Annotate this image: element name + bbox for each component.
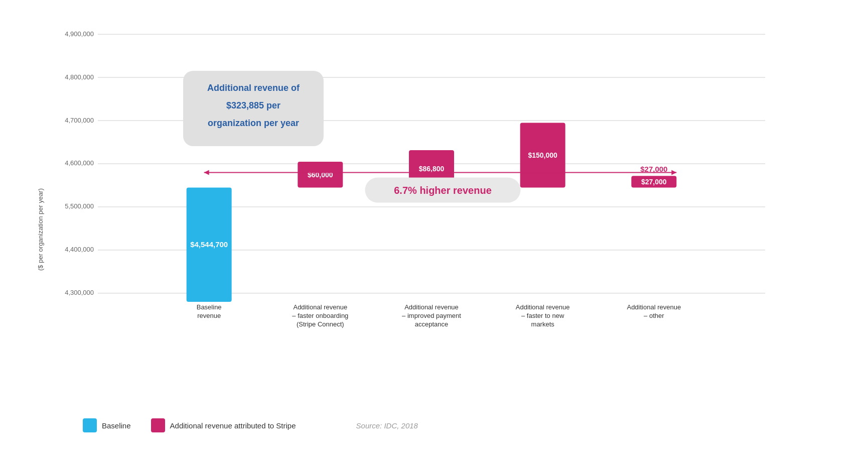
svg-text:$150,000: $150,000 [528,151,557,159]
svg-text:Additional revenue: Additional revenue [293,303,347,311]
svg-text:organization per year: organization per year [208,118,299,128]
svg-text:Additional revenue of: Additional revenue of [207,83,300,93]
svg-marker-44 [671,170,676,175]
svg-text:6.7% higher revenue: 6.7% higher revenue [394,185,492,196]
svg-text:(Stripe Connect): (Stripe Connect) [297,320,344,328]
chart-inner: 4,300,0004,400,0005,500,0004,600,0004,70… [48,16,835,413]
svg-text:$323,885 per: $323,885 per [226,100,280,110]
svg-text:4,900,000: 4,900,000 [65,30,94,38]
svg-text:Additional revenue: Additional revenue [516,303,570,311]
svg-text:$4,544,700: $4,544,700 [190,240,228,249]
baseline-swatch [83,418,97,432]
additional-legend-label: Additional revenue attributed to Stripe [170,421,296,430]
legend-baseline: Baseline [83,418,131,432]
svg-text:4,800,000: 4,800,000 [65,73,94,81]
svg-text:5,500,000: 5,500,000 [65,202,94,210]
svg-text:$86,800: $86,800 [419,165,445,173]
svg-text:Additional revenue: Additional revenue [404,303,459,311]
svg-text:– improved payment: – improved payment [402,312,461,319]
svg-text:markets: markets [531,320,555,328]
svg-text:– other: – other [644,312,664,319]
svg-text:4,400,000: 4,400,000 [65,246,94,253]
svg-text:acceptance: acceptance [415,320,449,328]
additional-swatch [151,418,165,432]
baseline-legend-label: Baseline [102,421,131,430]
svg-text:$60,000: $60,000 [308,171,333,179]
chart-svg: 4,300,0004,400,0005,500,0004,600,0004,70… [48,16,785,357]
svg-text:– faster onboarding: – faster onboarding [292,312,348,319]
svg-text:4,300,000: 4,300,000 [65,289,94,296]
svg-text:Baseline: Baseline [197,303,222,311]
legend: Baseline Additional revenue attributed t… [83,418,835,437]
svg-text:$27,000: $27,000 [641,178,667,186]
chart-area: ($ per organization per year) 4,300,0004… [33,16,835,413]
svg-text:revenue: revenue [197,312,221,319]
svg-text:– faster to new: – faster to new [521,312,564,319]
svg-text:4,700,000: 4,700,000 [65,117,94,124]
y-axis-label: ($ per organization per year) [33,16,48,413]
svg-text:4,600,000: 4,600,000 [65,159,94,167]
svg-marker-43 [204,170,209,175]
legend-additional: Additional revenue attributed to Stripe [151,418,296,432]
svg-text:Additional revenue: Additional revenue [627,303,681,311]
chart-container: ($ per organization per year) 4,300,0004… [33,16,835,437]
legend-source: Source: IDC, 2018 [356,421,418,430]
